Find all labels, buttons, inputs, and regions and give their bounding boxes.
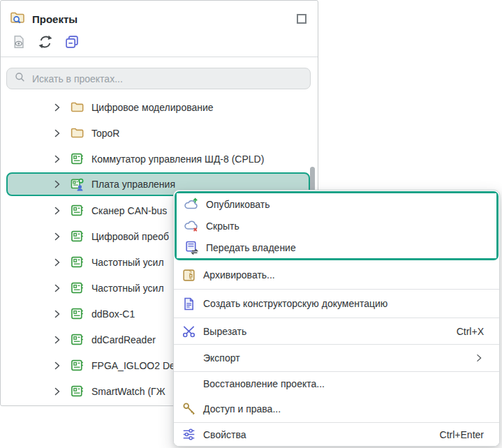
tree-item-label: TopoR [91, 128, 119, 139]
submenu-arrow-icon [474, 353, 484, 363]
menu-item-label: Свойства [203, 429, 246, 440]
tree-item-label: Коммутатор управления ШД-8 (CPLD) [91, 154, 264, 165]
archive-icon [181, 267, 196, 283]
expand-chevron-icon[interactable] [51, 282, 63, 294]
search-box [6, 68, 311, 89]
search-input[interactable] [32, 73, 303, 84]
tree-item-label: Частотный усил [91, 257, 164, 268]
menu-item-properties[interactable]: Свойства Ctrl+Enter [174, 423, 499, 446]
sharing-actions-group: Опубликовать Скрыть [175, 191, 499, 260]
tree-item[interactable]: TopoR [1, 120, 318, 146]
tree-item-label: Частотный усил [91, 283, 164, 294]
menu-item-archive[interactable]: Архивировать... [174, 261, 499, 289]
expand-chevron-icon[interactable] [51, 385, 63, 397]
document-preview-icon[interactable] [10, 33, 28, 51]
board-icon [70, 281, 84, 295]
app-window: Проекты [0, 0, 502, 448]
menu-item-label: Восстановление проекта... [203, 378, 325, 389]
tree-item-label: ddBox-C1 [91, 308, 135, 320]
menu-item-label: Передать владение [206, 242, 296, 253]
expand-chevron-icon[interactable] [51, 179, 63, 191]
board-icon [70, 332, 84, 347]
menu-item-restore-project[interactable]: Восстановление проекта... [174, 372, 499, 395]
expand-chevron-icon[interactable] [51, 153, 63, 165]
no-icon-spacer [181, 350, 196, 366]
menu-item-hide[interactable]: Скрыть [177, 215, 496, 237]
menu-item-export[interactable]: Экспорт [174, 345, 499, 371]
refresh-icon[interactable] [36, 33, 54, 51]
tree-item-label: Цифровое моделирование [91, 102, 214, 113]
tree-item-label: ddCardReader [91, 334, 156, 345]
tree-item-label: Цифровой преоб [91, 231, 169, 242]
expand-chevron-icon[interactable] [51, 127, 63, 139]
expand-chevron-icon[interactable] [51, 230, 63, 242]
board-icon [70, 151, 84, 166]
board-icon [70, 306, 84, 321]
sliders-icon [181, 427, 196, 442]
menu-item-shortcut: Ctrl+Enter [440, 429, 484, 440]
menu-item-label: Вырезать [203, 326, 246, 337]
tree-item-label: FPGA_IGLOO2 De [91, 360, 175, 371]
collapse-all-icon[interactable] [63, 33, 81, 51]
board-icon [70, 255, 84, 269]
cloud-upload-icon [184, 197, 199, 212]
menu-item-label: Создать конструкторскую документацию [203, 298, 387, 309]
board-icon [70, 358, 84, 373]
expand-chevron-icon[interactable] [51, 204, 63, 216]
panel-header: Проекты [1, 1, 318, 31]
key-icon [181, 401, 196, 417]
float-window-icon[interactable] [295, 12, 309, 26]
context-menu: Опубликовать Скрыть [173, 190, 500, 447]
menu-item-label: Экспорт [203, 352, 240, 364]
board-icon [70, 229, 84, 244]
menu-item-publish[interactable]: Опубликовать [177, 193, 496, 215]
tree-item[interactable]: Цифровое моделирование [1, 94, 318, 120]
transfer-ownership-icon [184, 240, 199, 255]
tree-item[interactable]: Коммутатор управления ШД-8 (CPLD) [1, 146, 318, 172]
folder-icon [70, 100, 84, 114]
menu-item-label: Доступ и права... [203, 403, 281, 415]
cloud-remove-icon [184, 218, 199, 234]
scissors-icon [181, 324, 196, 339]
expand-chevron-icon[interactable] [51, 101, 63, 113]
document-icon [181, 296, 196, 311]
expand-chevron-icon[interactable] [51, 308, 63, 320]
menu-item-cut[interactable]: Вырезать Ctrl+X [174, 318, 499, 344]
tree-item-label: Плата управления [91, 179, 175, 190]
menu-item-access-rights[interactable]: Доступ и права... [174, 395, 499, 422]
panel-title: Проекты [32, 13, 77, 25]
menu-item-label: Скрыть [206, 221, 239, 232]
no-icon-spacer [181, 376, 196, 391]
menu-item-label: Опубликовать [206, 199, 270, 210]
menu-item-transfer-ownership[interactable]: Передать владение [177, 237, 496, 258]
menu-item-create-documentation[interactable]: Создать конструкторскую документацию [174, 290, 499, 318]
expand-chevron-icon[interactable] [51, 334, 63, 345]
board-icon [70, 384, 84, 398]
search-icon [14, 71, 26, 86]
board-icon [70, 203, 84, 218]
board-shared-icon [70, 177, 84, 192]
menu-item-label: Архивировать... [203, 269, 275, 281]
expand-chevron-icon[interactable] [51, 359, 63, 371]
folder-search-icon [10, 10, 25, 28]
tree-item-label: Сканер CAN-bus [91, 205, 167, 216]
menu-item-shortcut: Ctrl+X [457, 326, 484, 337]
folder-icon [70, 126, 84, 140]
panel-toolbar [1, 31, 318, 57]
tree-item-label: SmartWatch (ГЖ [91, 386, 165, 397]
expand-chevron-icon[interactable] [51, 256, 63, 268]
